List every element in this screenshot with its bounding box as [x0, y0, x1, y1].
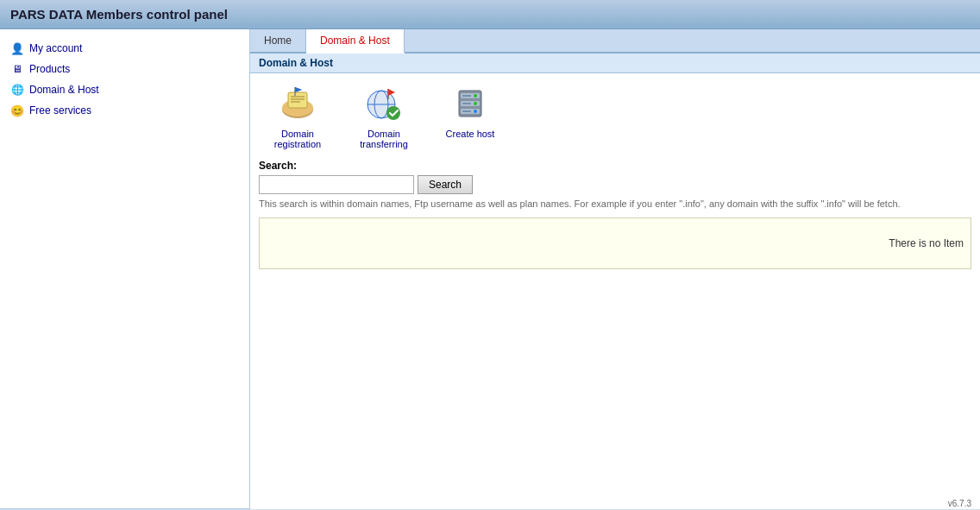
search-section: Search: Search This search is within dom… [259, 160, 971, 211]
domain-registration-label: Domain registration [259, 129, 336, 149]
domain-transferring-item[interactable]: Domain transferring [345, 82, 423, 149]
create-host-icon [449, 82, 492, 125]
products-icon [10, 62, 24, 76]
svg-point-21 [474, 102, 477, 105]
section-header: Domain & Host [250, 54, 980, 73]
content-area: Home Domain & Host Domain & Host [250, 29, 980, 509]
sidebar-label-free-services: Free services [29, 104, 91, 116]
icons-row: Domain registration [259, 82, 971, 149]
section-content: Domain registration [250, 73, 980, 509]
main-layout: My account Products Domain & Host Free s… [0, 29, 980, 509]
tab-domain-host[interactable]: Domain & Host [306, 29, 405, 54]
version-bar: v6.7.3 [948, 499, 971, 508]
app-title: PARS DATA Members control panel [10, 7, 228, 22]
sidebar-label-products: Products [29, 63, 70, 75]
svg-point-22 [474, 110, 477, 113]
svg-marker-8 [295, 87, 302, 92]
domain-registration-icon [276, 82, 319, 125]
svg-rect-24 [462, 103, 471, 104]
sidebar: My account Products Domain & Host Free s… [0, 29, 250, 509]
person-icon [10, 41, 24, 55]
svg-rect-23 [462, 95, 471, 97]
domain-transferring-label: Domain transferring [345, 129, 423, 149]
sidebar-item-domain-host[interactable]: Domain & Host [0, 79, 249, 100]
domain-registration-item[interactable]: Domain registration [259, 82, 336, 149]
search-row: Search [259, 175, 971, 194]
create-host-item[interactable]: Create host [431, 82, 509, 139]
sidebar-item-free-services[interactable]: Free services [0, 100, 249, 121]
sidebar-item-products[interactable]: Products [0, 59, 249, 79]
services-icon [10, 104, 24, 117]
svg-point-15 [386, 106, 400, 120]
results-area: There is no Item [259, 217, 971, 269]
create-host-label: Create host [446, 129, 495, 139]
svg-rect-2 [288, 92, 307, 108]
tab-bar: Home Domain & Host [250, 29, 980, 54]
search-button[interactable]: Search [418, 175, 473, 194]
search-hint: This search is within domain names, Ftp … [259, 198, 971, 211]
version-text: v6.7.3 [948, 499, 971, 508]
svg-rect-25 [462, 110, 471, 112]
svg-point-20 [474, 94, 477, 98]
domain-icon [10, 83, 24, 97]
search-label: Search: [259, 160, 971, 172]
sidebar-label-domain-host: Domain & Host [29, 84, 99, 96]
title-bar: PARS DATA Members control panel [0, 0, 980, 29]
sidebar-label-my-account: My account [29, 42, 82, 54]
no-item-text: There is no Item [889, 237, 964, 249]
sidebar-item-my-account[interactable]: My account [0, 38, 249, 59]
tab-home[interactable]: Home [250, 29, 306, 52]
search-input[interactable] [259, 175, 414, 194]
domain-transferring-icon [362, 82, 405, 125]
